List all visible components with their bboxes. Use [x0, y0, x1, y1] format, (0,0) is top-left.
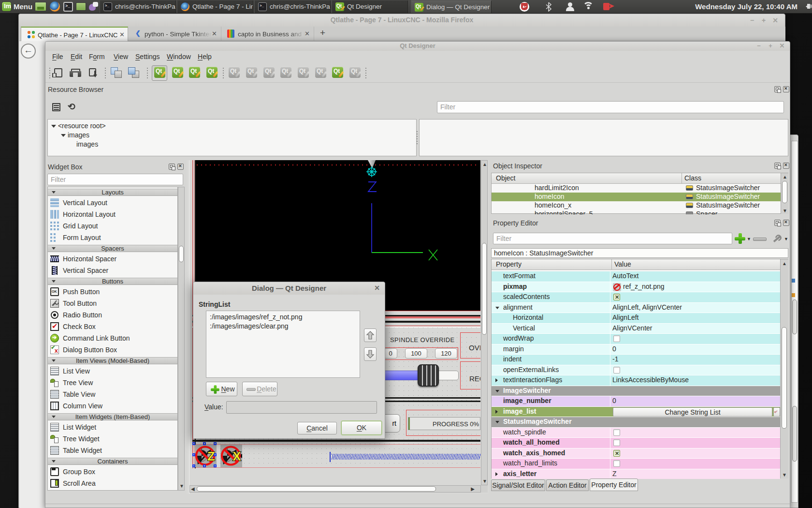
svg-text:Z: Z	[207, 449, 215, 463]
svg-text:X: X	[232, 449, 241, 463]
